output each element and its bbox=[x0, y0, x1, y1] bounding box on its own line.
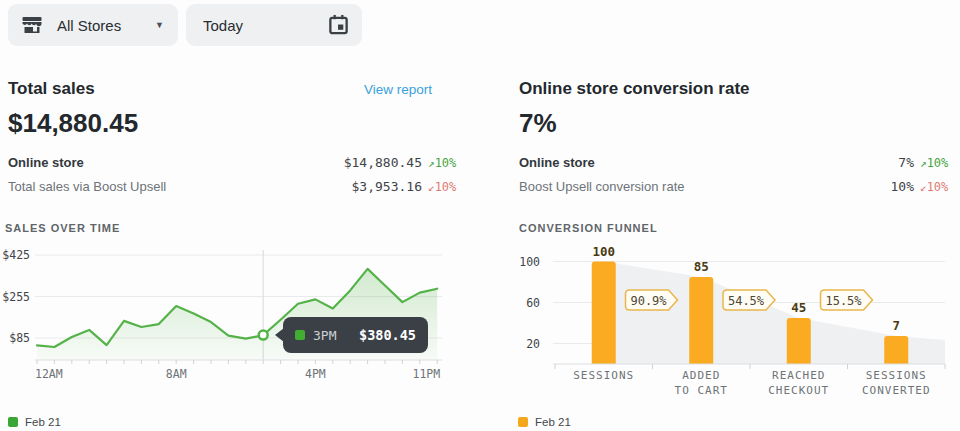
metric-row-boost-upsell-rate: Boost Upsell conversion rate 10% ↙10% bbox=[519, 179, 958, 194]
trend-down-icon: ↙ bbox=[428, 181, 435, 194]
store-selector[interactable]: All Stores ▼ bbox=[8, 4, 178, 46]
svg-text:7: 7 bbox=[892, 318, 900, 333]
svg-text:12AM: 12AM bbox=[35, 367, 63, 381]
conversion-funnel-heading: CONVERSION FUNNEL bbox=[519, 222, 658, 234]
trend-delta: ↗10% bbox=[920, 156, 958, 170]
metric-row-online-store-rate: Online store 7% ↗10% bbox=[519, 155, 958, 170]
trend-down-icon: ↙ bbox=[920, 181, 927, 194]
conversion-funnel-chart[interactable]: 10060201008545790.9%54.5%15.5%SESSIONSAD… bbox=[480, 240, 960, 415]
svg-text:45: 45 bbox=[791, 300, 806, 315]
trend-up-icon: ↗ bbox=[428, 157, 435, 170]
trend-delta: ↗10% bbox=[428, 156, 466, 170]
date-range-selector[interactable]: Today bbox=[186, 4, 362, 46]
svg-text:$85: $85 bbox=[9, 331, 30, 345]
svg-text:$255: $255 bbox=[2, 290, 30, 304]
trend-delta: ↙10% bbox=[428, 180, 466, 194]
chart-tooltip: 3PM $380.45 bbox=[283, 317, 428, 353]
metric-label: Online store bbox=[8, 155, 344, 170]
legend-label: Feb 21 bbox=[535, 416, 571, 428]
trend-up-icon: ↗ bbox=[920, 157, 927, 170]
legend-label: Feb 21 bbox=[25, 416, 61, 428]
svg-text:SESSIONSCONVERTED: SESSIONSCONVERTED bbox=[862, 369, 931, 397]
conversion-rate-value: 7% bbox=[519, 108, 557, 139]
tooltip-series-swatch bbox=[295, 330, 305, 340]
svg-text:15.5%: 15.5% bbox=[825, 294, 862, 308]
view-report-link[interactable]: View report bbox=[364, 82, 432, 97]
metric-value: $14,880.45 bbox=[344, 155, 422, 170]
analytics-dashboard: All Stores ▼ Today Total sales View repo… bbox=[0, 0, 960, 431]
metric-label: Boost Upsell conversion rate bbox=[519, 179, 891, 194]
metric-row-online-store: Online store $14,880.45 ↗10% bbox=[8, 155, 466, 170]
sales-over-time-chart[interactable]: $425$255$8512AM8AM4PM11PM bbox=[0, 245, 470, 385]
tooltip-time: 3PM bbox=[313, 328, 336, 343]
svg-text:90.9%: 90.9% bbox=[630, 294, 667, 308]
sales-legend: Feb 21 bbox=[8, 416, 61, 428]
svg-text:$425: $425 bbox=[2, 248, 30, 262]
svg-text:SESSIONS: SESSIONS bbox=[573, 369, 634, 382]
metric-value: 7% bbox=[898, 155, 914, 170]
svg-text:11PM: 11PM bbox=[412, 367, 440, 381]
chevron-down-icon: ▼ bbox=[155, 20, 164, 30]
metric-value: $3,953.16 bbox=[352, 179, 422, 194]
metric-label: Online store bbox=[519, 155, 898, 170]
metric-row-boost-upsell: Total sales via Boost Upsell $3,953.16 ↙… bbox=[8, 179, 466, 194]
sales-over-time-heading: SALES OVER TIME bbox=[5, 222, 120, 234]
trend-delta: ↙10% bbox=[920, 180, 958, 194]
conversion-rate-title: Online store conversion rate bbox=[519, 79, 750, 99]
store-selector-label: All Stores bbox=[57, 17, 121, 34]
svg-text:ADDEDTO CART: ADDEDTO CART bbox=[675, 369, 728, 397]
total-sales-value: $14,880.45 bbox=[8, 108, 138, 139]
total-sales-title: Total sales bbox=[8, 79, 95, 99]
svg-text:8AM: 8AM bbox=[166, 367, 187, 381]
svg-text:100: 100 bbox=[519, 255, 540, 269]
svg-text:60: 60 bbox=[526, 296, 540, 310]
funnel-legend: Feb 21 bbox=[518, 416, 571, 428]
svg-text:4PM: 4PM bbox=[305, 367, 326, 381]
store-icon bbox=[20, 13, 44, 37]
svg-text:54.5%: 54.5% bbox=[728, 294, 765, 308]
calendar-icon bbox=[327, 12, 350, 38]
legend-swatch-orange bbox=[518, 417, 528, 427]
metric-value: 10% bbox=[891, 179, 914, 194]
tooltip-value: $380.45 bbox=[359, 327, 416, 343]
svg-text:85: 85 bbox=[694, 259, 709, 274]
metric-label: Total sales via Boost Upsell bbox=[8, 179, 352, 194]
svg-text:100: 100 bbox=[592, 244, 615, 259]
date-range-label: Today bbox=[203, 17, 243, 34]
svg-text:REACHEDCHECKOUT: REACHEDCHECKOUT bbox=[768, 369, 829, 397]
legend-swatch-green bbox=[8, 417, 18, 427]
svg-text:20: 20 bbox=[526, 337, 540, 351]
